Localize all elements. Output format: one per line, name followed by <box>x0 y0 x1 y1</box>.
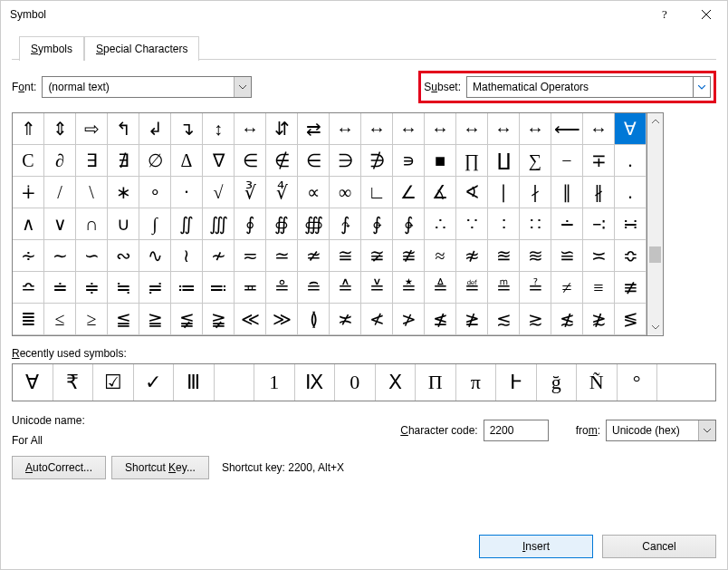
symbol-cell[interactable]: ∓ <box>583 145 615 177</box>
symbol-cell[interactable]: ≮ <box>361 304 393 335</box>
symbol-cell[interactable]: ∸ <box>551 208 583 240</box>
symbol-cell[interactable]: ∤ <box>520 177 551 208</box>
symbol-cell[interactable]: ≭ <box>330 304 361 335</box>
symbol-cell[interactable]: ⟵ <box>551 113 583 145</box>
symbol-cell[interactable]: ⇕ <box>44 113 76 145</box>
symbol-cell[interactable]: ∟ <box>361 177 393 208</box>
symbol-cell[interactable]: ∡ <box>425 177 456 208</box>
recent-symbol-cell[interactable]: ☑ <box>93 364 134 401</box>
symbol-cell[interactable]: ≑ <box>76 272 108 304</box>
symbol-cell[interactable]: ≪ <box>235 304 266 335</box>
scroll-up-icon[interactable] <box>647 113 663 129</box>
symbol-cell[interactable]: ≣ <box>13 304 44 335</box>
symbol-cell[interactable]: ∘ <box>139 177 171 208</box>
symbol-cell[interactable]: ≩ <box>203 304 235 335</box>
recent-symbol-cell[interactable]: Ñ <box>577 364 618 401</box>
recent-symbol-cell[interactable]: ∀ <box>13 364 53 401</box>
symbol-cell[interactable]: ≔ <box>171 272 203 304</box>
symbol-cell[interactable]: ≃ <box>266 240 298 272</box>
recent-symbol-cell[interactable]: ° <box>618 364 658 401</box>
symbol-cell[interactable]: ↴ <box>171 113 203 145</box>
symbol-cell[interactable]: ≛ <box>393 272 425 304</box>
symbol-cell[interactable]: ≎ <box>615 240 647 272</box>
symbol-cell[interactable]: ∐ <box>488 145 520 177</box>
symbol-cell[interactable]: ≤ <box>44 304 76 335</box>
symbol-cell[interactable]: ≴ <box>551 304 583 335</box>
symbol-cell[interactable]: ∽ <box>76 240 108 272</box>
symbol-cell[interactable]: ∍ <box>393 145 425 177</box>
subset-combo[interactable]: Mathematical Operators <box>466 76 711 98</box>
symbol-cell[interactable]: ⇑ <box>13 113 44 145</box>
symbol-cell[interactable]: ∋ <box>330 145 361 177</box>
symbol-cell[interactable]: ∄ <box>108 145 139 177</box>
symbol-cell[interactable]: ≘ <box>298 272 330 304</box>
insert-button[interactable]: Insert <box>479 535 593 558</box>
symbol-cell[interactable]: ≋ <box>520 240 551 272</box>
symbol-cell[interactable]: ∈ <box>235 145 266 177</box>
symbol-cell[interactable]: ⇄ <box>298 113 330 145</box>
symbol-cell[interactable]: ∥ <box>551 177 583 208</box>
recent-symbol-cell[interactable]: Ⅹ <box>376 364 417 401</box>
symbol-cell[interactable]: ∢ <box>456 177 488 208</box>
symbol-cell[interactable]: ∿ <box>139 240 171 272</box>
symbol-cell[interactable]: ≂ <box>235 240 266 272</box>
symbol-cell[interactable]: . <box>615 177 647 208</box>
symbol-cell[interactable]: ∧ <box>13 208 44 240</box>
symbol-cell[interactable]: ∇ <box>203 145 235 177</box>
symbol-cell[interactable]: \ <box>76 177 108 208</box>
symbol-cell[interactable]: . <box>615 145 647 177</box>
symbol-cell[interactable]: ↔ <box>361 113 393 145</box>
symbol-cell[interactable]: ≫ <box>266 304 298 335</box>
chevron-down-icon[interactable] <box>693 77 710 97</box>
symbol-cell[interactable]: ≯ <box>393 304 425 335</box>
symbol-cell[interactable]: ≲ <box>488 304 520 335</box>
symbol-cell[interactable]: ⇵ <box>266 113 298 145</box>
symbol-cell[interactable]: ≀ <box>171 240 203 272</box>
symbol-cell[interactable]: ≵ <box>583 304 615 335</box>
symbol-cell[interactable]: ≍ <box>583 240 615 272</box>
symbol-cell[interactable]: ≦ <box>108 304 139 335</box>
symbol-cell[interactable]: ∞ <box>330 177 361 208</box>
symbol-cell[interactable]: ∠ <box>393 177 425 208</box>
symbol-cell[interactable]: ⇨ <box>76 113 108 145</box>
symbol-cell[interactable]: ≨ <box>171 304 203 335</box>
symbol-cell[interactable]: ≌ <box>551 240 583 272</box>
symbol-cell[interactable]: ↰ <box>108 113 139 145</box>
symbol-cell[interactable]: ∫ <box>139 208 171 240</box>
symbol-cell[interactable]: / <box>44 177 76 208</box>
recent-symbol-cell[interactable]: Ⅲ <box>174 364 215 401</box>
symbol-cell[interactable]: ∉ <box>266 145 298 177</box>
symbol-cell[interactable]: ≥ <box>76 304 108 335</box>
tab-special-characters[interactable]: Special CharactersSpecial Characters <box>84 36 199 61</box>
symbol-cell[interactable]: ↔ <box>520 113 551 145</box>
close-button[interactable] <box>685 1 727 28</box>
symbol-cell[interactable]: ∺ <box>615 208 647 240</box>
symbol-cell[interactable]: ≚ <box>361 272 393 304</box>
symbol-cell[interactable]: ≆ <box>361 240 393 272</box>
symbol-cell[interactable]: ≶ <box>615 304 647 335</box>
symbol-cell[interactable]: ∂ <box>44 145 76 177</box>
symbol-cell[interactable]: ↔ <box>235 113 266 145</box>
symbol-cell[interactable]: ↔ <box>330 113 361 145</box>
symbol-cell[interactable]: ≝ <box>456 272 488 304</box>
symbol-cell[interactable]: ∯ <box>266 208 298 240</box>
chevron-down-icon[interactable] <box>698 420 715 440</box>
recent-symbol-cell[interactable]: Π <box>416 364 456 401</box>
autocorrect-button[interactable]: AutoCorrect... <box>12 456 106 479</box>
recent-symbol-cell[interactable]: 1 <box>254 364 295 401</box>
symbol-cell[interactable]: ≕ <box>203 272 235 304</box>
symbol-cell[interactable]: ∈ <box>298 145 330 177</box>
symbol-cell[interactable]: ≙ <box>330 272 361 304</box>
symbol-cell[interactable]: ∗ <box>108 177 139 208</box>
symbol-cell[interactable]: ≖ <box>235 272 266 304</box>
symbol-cell[interactable]: ∦ <box>583 177 615 208</box>
symbol-cell[interactable]: ∔ <box>13 177 44 208</box>
symbol-cell[interactable]: ≅ <box>330 240 361 272</box>
symbol-cell[interactable]: ↔ <box>425 113 456 145</box>
symbol-cell[interactable]: ∴ <box>425 208 456 240</box>
tab-symbols[interactable]: SSymbolsymbols <box>19 36 84 61</box>
symbol-cell[interactable]: ↕ <box>203 113 235 145</box>
symbol-cell[interactable]: ∳ <box>393 208 425 240</box>
scroll-down-icon[interactable] <box>647 320 663 335</box>
symbol-cell[interactable]: ∬ <box>171 208 203 240</box>
